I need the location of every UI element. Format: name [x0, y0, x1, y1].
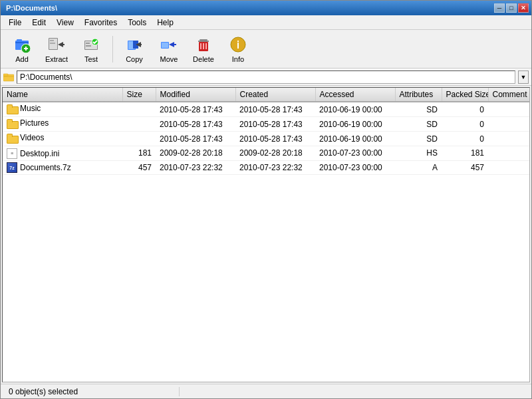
- col-header-accessed[interactable]: Accessed: [315, 88, 395, 102]
- menu-favorites[interactable]: Favorites: [79, 17, 122, 29]
- svg-rect-27: [198, 41, 209, 42]
- col-header-modified[interactable]: Modified: [156, 88, 235, 102]
- file-created: 2010-05-28 17:43: [235, 132, 315, 146]
- col-header-attributes[interactable]: Attributes: [395, 88, 442, 102]
- col-header-size[interactable]: Size: [122, 88, 156, 102]
- add-button[interactable]: Add: [6, 33, 38, 66]
- file-created: 2009-02-28 20:18: [235, 146, 315, 161]
- title-bar: P:\Documents\ ─ □ ✕: [1, 1, 531, 15]
- file-accessed: 2010-07-23 00:00: [315, 160, 395, 175]
- svg-rect-1: [15, 42, 29, 43]
- table-row[interactable]: Videos2010-05-28 17:432010-05-28 17:4320…: [3, 132, 530, 146]
- file-packed-size: 0: [442, 132, 488, 146]
- svg-rect-25: [172, 44, 176, 45]
- file-comment: [488, 102, 530, 117]
- svg-rect-33: [237, 43, 239, 49]
- file-list-area[interactable]: Name Size Modified Created Accessed Attr…: [2, 87, 530, 382]
- copy-label: Copy: [126, 55, 143, 63]
- file-created: 2010-07-23 22:32: [235, 160, 315, 175]
- file-modified: 2010-05-28 17:43: [156, 132, 235, 146]
- col-header-comment[interactable]: Comment: [488, 88, 530, 102]
- toolbar-separator-1: [112, 36, 113, 63]
- maximize-button[interactable]: □: [506, 3, 517, 13]
- delete-button[interactable]: Delete: [188, 33, 219, 66]
- info-button[interactable]: Info: [222, 33, 254, 66]
- folder-icon: [7, 104, 17, 113]
- table-row[interactable]: Music2010-05-28 17:432010-05-28 17:43201…: [3, 102, 530, 117]
- svg-rect-9: [50, 43, 55, 44]
- move-button[interactable]: Move: [153, 33, 185, 66]
- file-packed-size: 0: [442, 117, 488, 132]
- file-created: 2010-05-28 17:43: [235, 117, 315, 132]
- table-row[interactable]: ≡Desktop.ini1812009-02-28 20:182009-02-2…: [3, 146, 530, 161]
- svg-rect-31: [205, 43, 207, 49]
- window-title: P:\Documents\: [6, 4, 57, 12]
- svg-rect-36: [3, 76, 14, 77]
- svg-rect-2: [17, 39, 22, 42]
- ini-icon: ≡: [7, 148, 17, 159]
- main-window: P:\Documents\ ─ □ ✕ File Edit View Favor…: [0, 0, 532, 399]
- file-accessed: 2010-06-19 00:00: [315, 117, 395, 132]
- file-name: Documents.7z: [20, 163, 71, 172]
- column-headers: Name Size Modified Created Accessed Attr…: [3, 88, 530, 102]
- svg-rect-11: [61, 44, 65, 45]
- file-attributes: A: [395, 160, 442, 175]
- add-label: Add: [15, 55, 29, 63]
- svg-rect-5: [25, 47, 27, 51]
- file-comment: [488, 146, 530, 161]
- address-dropdown-button[interactable]: ▼: [518, 70, 529, 84]
- file-attributes: SD: [395, 102, 442, 117]
- menu-tools[interactable]: Tools: [122, 17, 152, 29]
- table-row[interactable]: Pictures2010-05-28 17:432010-05-28 17:43…: [3, 117, 530, 132]
- file-size: [122, 117, 156, 132]
- move-label: Move: [160, 55, 178, 63]
- menu-bar: File Edit View Favorites Tools Help: [1, 15, 531, 30]
- svg-rect-8: [50, 40, 54, 41]
- file-size: 457: [122, 160, 156, 175]
- file-attributes: HS: [395, 146, 442, 161]
- test-button[interactable]: Test: [75, 33, 107, 66]
- file-name: Music: [20, 104, 41, 113]
- file-size: [122, 102, 156, 117]
- file-size: [122, 132, 156, 146]
- svg-rect-14: [86, 43, 90, 44]
- copy-icon: [125, 35, 144, 54]
- col-header-name[interactable]: Name: [3, 88, 122, 102]
- test-icon: [82, 35, 100, 54]
- file-attributes: SD: [395, 132, 442, 146]
- delete-label: Delete: [193, 55, 214, 63]
- file-modified: 2010-05-28 17:43: [156, 102, 235, 117]
- menu-help[interactable]: Help: [152, 17, 179, 29]
- file-created: 2010-05-28 17:43: [235, 102, 315, 117]
- toolbar: Add Extract: [1, 30, 531, 68]
- file-comment: [488, 160, 530, 175]
- svg-rect-29: [200, 43, 201, 49]
- col-header-packed-size[interactable]: Packed Size: [442, 88, 488, 102]
- file-comment: [488, 132, 530, 146]
- file-table: Name Size Modified Created Accessed Attr…: [3, 88, 530, 175]
- extract-icon: [47, 35, 66, 54]
- delete-icon: [194, 35, 213, 54]
- file-packed-size: 181: [442, 146, 488, 161]
- minimize-button[interactable]: ─: [494, 3, 505, 13]
- folder-icon: [7, 118, 17, 128]
- table-row[interactable]: 7zDocuments.7z4572010-07-23 22:322010-07…: [3, 160, 530, 175]
- move-icon: [160, 35, 178, 54]
- menu-view[interactable]: View: [51, 17, 79, 29]
- svg-rect-26: [200, 39, 207, 41]
- file-comment: [488, 117, 530, 132]
- folder-icon: [7, 133, 17, 142]
- file-name: Desktop.ini: [20, 149, 59, 158]
- address-input[interactable]: [17, 70, 515, 84]
- col-header-created[interactable]: Created: [235, 88, 315, 102]
- file-modified: 2010-05-28 17:43: [156, 117, 235, 132]
- svg-rect-21: [138, 44, 142, 45]
- svg-rect-15: [86, 45, 91, 47]
- menu-file[interactable]: File: [3, 17, 27, 29]
- file-name: Pictures: [20, 118, 49, 128]
- close-button[interactable]: ✕: [518, 3, 529, 13]
- copy-button[interactable]: Copy: [118, 33, 150, 66]
- extract-button[interactable]: Extract: [41, 33, 72, 66]
- window-controls: ─ □ ✕: [494, 3, 529, 13]
- menu-edit[interactable]: Edit: [27, 17, 51, 29]
